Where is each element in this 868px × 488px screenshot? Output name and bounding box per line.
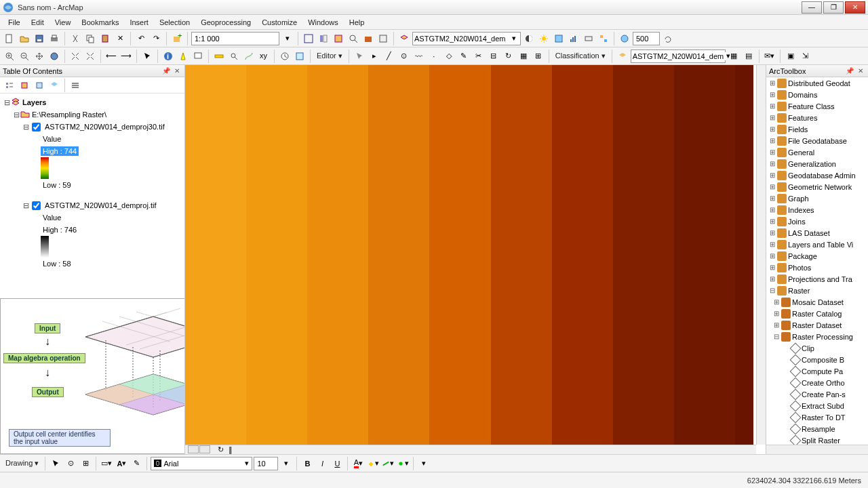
- toolbox-toolset[interactable]: ⊞Joins: [766, 216, 868, 227]
- toolbox-tool[interactable]: Clip: [766, 342, 868, 354]
- pause-drawing-button[interactable]: ‖: [226, 445, 235, 453]
- toolbox-toolset[interactable]: ⊞Geodatabase Admin: [766, 169, 868, 181]
- attributes-button[interactable]: ▦: [517, 49, 530, 63]
- font-combo[interactable]: 🅾Arial▾: [151, 457, 252, 470]
- catalog-button[interactable]: [332, 32, 345, 45]
- measure-button[interactable]: [212, 49, 226, 63]
- toolbox-toolset[interactable]: ⊞Domains: [766, 89, 868, 100]
- resample-button[interactable]: [597, 32, 610, 45]
- layers-root[interactable]: ⊟Layers: [3, 96, 182, 108]
- refresh-view-button[interactable]: ↻: [216, 445, 225, 453]
- close-icon[interactable]: ✕: [856, 66, 865, 76]
- mail-dropdown[interactable]: ✉▾: [763, 49, 776, 63]
- toolbox-toolset[interactable]: ⊞Layers and Table Vi: [766, 239, 868, 250]
- print-button[interactable]: [47, 32, 61, 45]
- italic-button[interactable]: I: [315, 457, 329, 470]
- map-view[interactable]: ↻ ‖: [185, 65, 766, 454]
- layer-combo[interactable]: ▾: [412, 32, 521, 45]
- end-point[interactable]: ⊙: [397, 49, 411, 63]
- time-slider-button[interactable]: [278, 49, 292, 63]
- menu-windows[interactable]: Windows: [302, 16, 344, 28]
- toolbox-tool[interactable]: Composite B: [766, 354, 868, 365]
- pan-button[interactable]: [33, 49, 46, 63]
- zoom-out-button[interactable]: [18, 49, 31, 63]
- toolbox-toolset[interactable]: ⊞Geometric Network: [766, 181, 868, 192]
- layer1-high[interactable]: High : 744: [3, 145, 182, 157]
- swipe-button[interactable]: [522, 32, 536, 45]
- back-button[interactable]: ⟵: [104, 49, 118, 63]
- scale-input[interactable]: [191, 32, 279, 45]
- toolbox-toolset[interactable]: ⊞Indexes: [766, 204, 868, 216]
- save-button[interactable]: [33, 32, 46, 45]
- find-route-button[interactable]: [242, 49, 256, 63]
- redo-button[interactable]: ↷: [149, 32, 163, 45]
- vertical-scrollbar[interactable]: [756, 65, 766, 445]
- toolbox-tool[interactable]: Resample: [766, 423, 868, 434]
- font-size-input[interactable]: [254, 457, 278, 470]
- globe-icon[interactable]: [618, 32, 631, 45]
- point-tool[interactable]: ·: [427, 49, 441, 63]
- toolbox-tool[interactable]: Raster To DT: [766, 411, 868, 423]
- edit-placement[interactable]: ▸: [368, 49, 381, 63]
- close-icon[interactable]: ✕: [172, 66, 182, 76]
- menu-bookmarks[interactable]: Bookmarks: [76, 16, 124, 28]
- classify-button[interactable]: ▦: [727, 49, 741, 63]
- toolbox-toolset-sub[interactable]: ⊞Raster Catalog: [766, 308, 868, 319]
- toolbox-toolset[interactable]: ⊞Fields: [766, 123, 868, 135]
- arctoolbox-tree[interactable]: ⊞Distributed Geodat⊞Domains⊞Feature Clas…: [766, 77, 868, 445]
- toolbox-toolset[interactable]: ⊞Distributed Geodat: [766, 77, 868, 89]
- toolbox-toolset-sub[interactable]: ⊟Raster Processing: [766, 331, 868, 342]
- layer-combo-2[interactable]: ▾: [631, 49, 726, 63]
- undo-button[interactable]: ↶: [134, 32, 148, 45]
- edit-vertices[interactable]: ◇: [442, 49, 456, 63]
- scale-dropdown[interactable]: ▾: [281, 32, 294, 45]
- rotate-graphic-button[interactable]: ⊙: [64, 457, 77, 470]
- toolbox-tool[interactable]: Compute Pa: [766, 365, 868, 377]
- menu-insert[interactable]: Insert: [124, 16, 154, 28]
- identify-button[interactable]: i: [161, 49, 175, 63]
- full-extent-button[interactable]: [47, 49, 61, 63]
- toolbox-toolset[interactable]: ⊞General: [766, 146, 868, 158]
- list-by-drawing-button[interactable]: [3, 79, 16, 92]
- toolbox-toolset[interactable]: ⊞LAS Dataset: [766, 227, 868, 239]
- histogram-button[interactable]: [567, 32, 580, 45]
- editor-toolbar-button[interactable]: [302, 32, 315, 45]
- toc-button[interactable]: [317, 32, 330, 45]
- select-elements-button[interactable]: [140, 49, 154, 63]
- arctoolbox-button[interactable]: [361, 32, 375, 45]
- toolbox-tool[interactable]: Extract Subd: [766, 400, 868, 411]
- export-button[interactable]: ⇲: [799, 49, 812, 63]
- more-drawing-button[interactable]: ▾: [417, 457, 431, 470]
- rectangle-tool[interactable]: ▭▾: [100, 457, 113, 470]
- text-tool[interactable]: A▾: [115, 457, 128, 470]
- rotate-tool[interactable]: ↻: [502, 49, 515, 63]
- menu-file[interactable]: File: [3, 16, 26, 28]
- cut-button[interactable]: [68, 32, 82, 45]
- chevron-down-icon[interactable]: ▾: [509, 34, 519, 43]
- menu-selection[interactable]: Selection: [154, 16, 195, 28]
- html-popup-button[interactable]: [191, 49, 205, 63]
- layer2-row[interactable]: ⊟ASTGTM2_N20W014_demproj.tif: [3, 199, 182, 211]
- options-button[interactable]: [68, 79, 82, 92]
- list-by-selection-button[interactable]: [47, 79, 61, 92]
- refresh-icon[interactable]: [661, 32, 675, 45]
- list-by-visibility-button[interactable]: [33, 79, 46, 92]
- layer1-row[interactable]: ⊟ASTGTM2_N20W014_demproj30.tif: [3, 121, 182, 133]
- layer1-checkbox[interactable]: [32, 123, 41, 131]
- open-button[interactable]: [18, 32, 31, 45]
- pin-icon[interactable]: 📌: [161, 66, 171, 76]
- python-button[interactable]: [376, 32, 390, 45]
- editor-menu[interactable]: Editor ▾: [314, 52, 345, 60]
- marker-color-button[interactable]: ▾: [396, 457, 410, 470]
- menu-help[interactable]: Help: [344, 16, 370, 28]
- zoom-graphic-button[interactable]: ⊞: [79, 457, 92, 470]
- select-graphic-button[interactable]: [49, 457, 62, 470]
- drawing-menu[interactable]: Drawing ▾: [3, 459, 41, 468]
- toolbox-toolset[interactable]: ⊞Projections and Tra: [766, 273, 868, 285]
- toolbox-toolset[interactable]: ⊞Photos: [766, 262, 868, 273]
- toolbox-toolset[interactable]: ⊞Feature Class: [766, 100, 868, 112]
- bold-button[interactable]: B: [300, 457, 314, 470]
- menu-view[interactable]: View: [50, 16, 77, 28]
- value-input[interactable]: [633, 32, 660, 45]
- toolbox-tool[interactable]: Split Raster: [766, 434, 868, 445]
